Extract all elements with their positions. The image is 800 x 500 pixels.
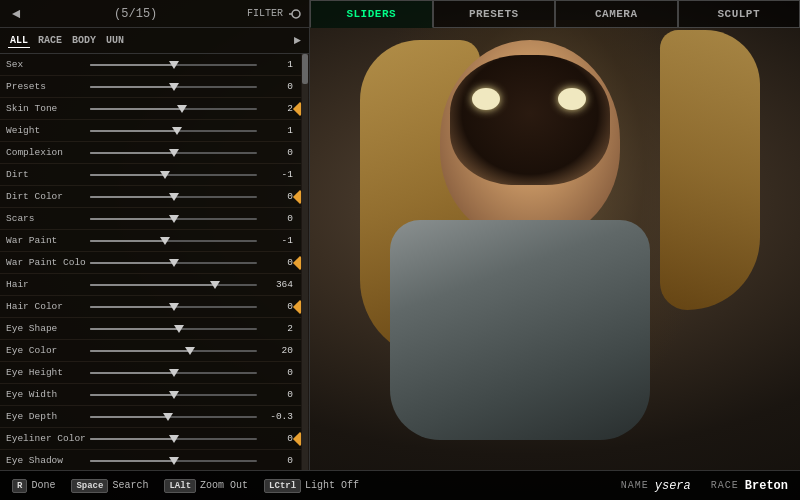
slider-row: Skin Tone2 — [0, 98, 309, 120]
slider-thumb[interactable] — [160, 171, 170, 179]
cat-tab-race[interactable]: RACE — [36, 34, 64, 47]
item-counter: (5/15) — [24, 7, 247, 21]
slider-value: 0 — [261, 455, 293, 466]
scrollbar-thumb[interactable] — [302, 54, 308, 84]
slider-label: Eye Height — [6, 367, 86, 378]
slider-label: Skin Tone — [6, 103, 86, 114]
cat-tab-all[interactable]: ALL — [8, 34, 30, 48]
slider-label: Eye Shape — [6, 323, 86, 334]
slider-track-container[interactable] — [90, 234, 257, 248]
slider-thumb[interactable] — [172, 127, 182, 135]
slider-row: Eye Shadow0 — [0, 450, 309, 470]
slider-track-container[interactable] — [90, 124, 257, 138]
slider-fill — [90, 174, 165, 176]
slider-thumb[interactable] — [169, 215, 179, 223]
filter-label[interactable]: FILTER — [247, 8, 283, 19]
slider-thumb[interactable] — [174, 325, 184, 333]
slider-fill — [90, 438, 174, 440]
key-lalt: LAlt — [164, 479, 196, 493]
slider-label: Eye Shadow — [6, 455, 86, 466]
slider-track-container[interactable] — [90, 190, 257, 204]
slider-track-container[interactable] — [90, 388, 257, 402]
slider-row: Scars0 — [0, 208, 309, 230]
slider-thumb[interactable] — [169, 369, 179, 377]
key-lctrl: LCtrl — [264, 479, 301, 493]
slider-row: Dirt Color0 — [0, 186, 309, 208]
slider-thumb[interactable] — [210, 281, 220, 289]
scrollbar[interactable] — [301, 54, 309, 470]
slider-track-container[interactable] — [90, 322, 257, 336]
slider-row: Sex1 — [0, 54, 309, 76]
slider-thumb[interactable] — [169, 149, 179, 157]
slider-thumb[interactable] — [169, 61, 179, 69]
slider-track-container[interactable] — [90, 102, 257, 116]
slider-value: 364 — [261, 279, 293, 290]
slider-thumb[interactable] — [169, 303, 179, 311]
slider-thumb[interactable] — [169, 435, 179, 443]
slider-value: 0 — [261, 147, 293, 158]
tab-sliders[interactable]: Sliders — [310, 0, 433, 28]
slider-label: Eye Width — [6, 389, 86, 400]
slider-track — [90, 460, 257, 462]
slider-track-container[interactable] — [90, 366, 257, 380]
slider-track-container[interactable] — [90, 454, 257, 468]
slider-value: 20 — [261, 345, 293, 356]
slider-fill — [90, 196, 174, 198]
character-eye-left — [472, 88, 500, 110]
slider-thumb[interactable] — [169, 193, 179, 201]
slider-track-container[interactable] — [90, 278, 257, 292]
hint-zoom-text: Zoom Out — [200, 480, 248, 491]
slider-track — [90, 416, 257, 418]
tab-camera[interactable]: Camera — [555, 0, 678, 28]
slider-track — [90, 438, 257, 440]
slider-label: Presets — [6, 81, 86, 92]
slider-thumb[interactable] — [169, 391, 179, 399]
filter-icon[interactable] — [287, 7, 301, 21]
slider-track-container[interactable] — [90, 146, 257, 160]
slider-track-container[interactable] — [90, 80, 257, 94]
category-right-arrow[interactable]: ► — [294, 34, 301, 48]
prev-arrow[interactable]: ◄ — [8, 6, 24, 22]
race-label: RACE — [711, 480, 739, 491]
slider-row: Hair Color0 — [0, 296, 309, 318]
slider-fill — [90, 86, 174, 88]
slider-track-container[interactable] — [90, 168, 257, 182]
hint-search: Space Search — [71, 479, 148, 493]
slider-thumb[interactable] — [169, 457, 179, 465]
slider-track-container[interactable] — [90, 256, 257, 270]
slider-value: -1 — [261, 235, 293, 246]
slider-thumb[interactable] — [185, 347, 195, 355]
slider-track-container[interactable] — [90, 300, 257, 314]
slider-value: 0 — [261, 433, 293, 444]
slider-track — [90, 218, 257, 220]
character-name-value: ysera — [655, 479, 691, 493]
slider-track-container[interactable] — [90, 410, 257, 424]
slider-fill — [90, 460, 174, 462]
slider-fill — [90, 328, 179, 330]
hint-light: LCtrl Light Off — [264, 479, 359, 493]
cat-tab-uun[interactable]: UUN — [104, 34, 126, 47]
slider-value: 2 — [261, 103, 293, 114]
slider-fill — [90, 64, 174, 66]
tab-presets[interactable]: Presets — [433, 0, 556, 28]
slider-row: War Paint-1 — [0, 230, 309, 252]
slider-thumb[interactable] — [160, 237, 170, 245]
slider-thumb[interactable] — [177, 105, 187, 113]
slider-track-container[interactable] — [90, 212, 257, 226]
hint-light-text: Light Off — [305, 480, 359, 491]
slider-track-container[interactable] — [90, 58, 257, 72]
cat-tab-body[interactable]: BODY — [70, 34, 98, 47]
bottom-bar: R Done Space Search LAlt Zoom Out LCtrl … — [0, 470, 800, 500]
slider-thumb[interactable] — [163, 413, 173, 421]
slider-label: Scars — [6, 213, 86, 224]
slider-value: 0 — [261, 213, 293, 224]
tab-sculpt[interactable]: Sculpt — [678, 0, 801, 28]
slider-value: 0 — [261, 191, 293, 202]
slider-value: -1 — [261, 169, 293, 180]
slider-label: Dirt Color — [6, 191, 86, 202]
slider-track-container[interactable] — [90, 432, 257, 446]
slider-track-container[interactable] — [90, 344, 257, 358]
slider-thumb[interactable] — [169, 259, 179, 267]
slider-thumb[interactable] — [169, 83, 179, 91]
slider-track — [90, 284, 257, 286]
